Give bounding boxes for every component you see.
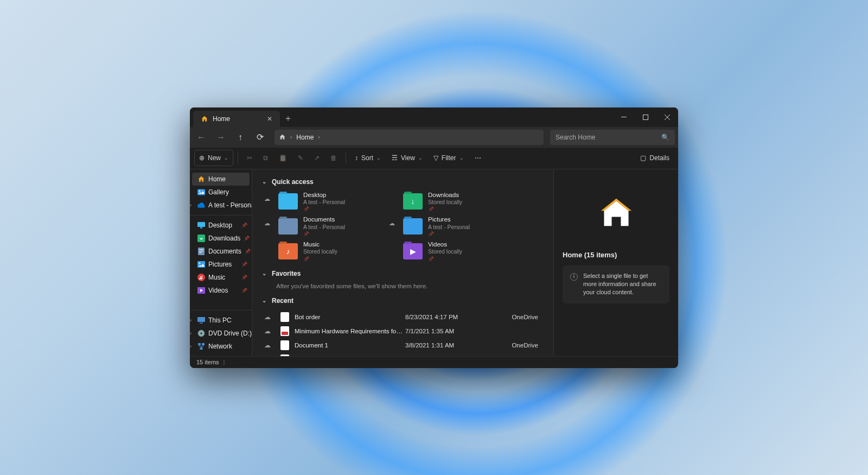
- sidebar-item-pictures[interactable]: Pictures📌: [190, 258, 252, 271]
- sidebar-item-network[interactable]: ›Network: [190, 340, 252, 353]
- pin-icon: 📌: [245, 249, 251, 254]
- home-icon: [197, 175, 205, 183]
- chevron-down-icon: ⌄: [262, 297, 266, 303]
- close-window-button[interactable]: [656, 107, 678, 127]
- file-icon: [280, 312, 289, 322]
- svg-rect-8: [199, 249, 203, 250]
- folder-name: Documents: [303, 216, 345, 223]
- favorites-header[interactable]: ⌄Favorites: [262, 270, 544, 277]
- recent-file-row[interactable]: ☁Document3/8/2021 1:15 AMOneDrive: [264, 352, 544, 356]
- sidebar-item-documents[interactable]: Documents📌: [190, 245, 252, 258]
- sidebar-item-label: Desktop: [208, 221, 232, 229]
- details-title: Home (15 items): [563, 251, 617, 259]
- svg-rect-9: [199, 251, 203, 251]
- view-button[interactable]: ☴ View ⌄: [387, 150, 427, 166]
- favorites-empty-text: After you've favorited some files, we'll…: [276, 283, 544, 289]
- gallery-icon: [197, 188, 205, 196]
- quick-access-music[interactable]: ♪MusicStored locally📌: [278, 240, 392, 262]
- recent-file-row[interactable]: ☁Document 13/8/2021 1:31 AMOneDrive: [264, 338, 544, 352]
- search-input[interactable]: Search Home 🔍: [550, 130, 675, 145]
- svg-rect-15: [197, 317, 205, 322]
- cloud-icon: ☁: [264, 327, 278, 335]
- tab-title: Home: [213, 115, 230, 123]
- network-icon: [197, 343, 205, 350]
- sidebar-item-dvd-drive-d-c[interactable]: ›DVD Drive (D:) C: [190, 327, 252, 340]
- folder-icon: ▶: [403, 243, 423, 259]
- sidebar-item-downloads[interactable]: Downloads📌: [190, 232, 252, 245]
- downloads-icon: [197, 235, 205, 242]
- details-hint: i Select a single file to get more infor…: [563, 265, 669, 303]
- tab-close-icon[interactable]: ✕: [267, 115, 272, 123]
- share-button: ↗: [310, 150, 324, 166]
- details-pane: Home (15 items) i Select a single file t…: [553, 169, 678, 356]
- sidebar-item-home[interactable]: Home: [192, 173, 250, 186]
- recent-file-row[interactable]: ☁Bot order8/23/2021 4:17 PMOneDrive: [264, 310, 544, 324]
- breadcrumb[interactable]: › Home ›: [275, 130, 544, 145]
- back-button[interactable]: ←: [193, 129, 209, 145]
- recent-header[interactable]: ⌄Recent: [262, 297, 544, 305]
- svg-rect-10: [199, 252, 202, 253]
- quick-access-documents[interactable]: ☁DocumentsA test - Personal📌: [278, 216, 392, 237]
- onedrive-icon: [197, 201, 205, 209]
- sidebar-item-a-test-persona[interactable]: ›A test - Persona: [190, 199, 252, 212]
- recent-file-row[interactable]: ☁Minimum Hardware Requirements for Win..…: [264, 324, 544, 338]
- sort-button[interactable]: ↕ Sort ⌄: [350, 150, 385, 166]
- sidebar-item-label: Music: [208, 274, 225, 281]
- folder-location: Stored locally: [303, 248, 337, 255]
- sidebar-item-label: Gallery: [208, 188, 229, 196]
- dvd-icon: [197, 330, 205, 337]
- content-area: ⌄Quick access ☁DesktopA test - Personal📌…: [252, 169, 553, 356]
- item-count: 15 items: [196, 359, 219, 365]
- minimize-button[interactable]: [613, 107, 635, 127]
- quick-access-downloads[interactable]: ↓DownloadsStored locally📌: [403, 191, 517, 213]
- search-icon: 🔍: [661, 134, 669, 141]
- svg-rect-20: [202, 343, 205, 345]
- new-tab-button[interactable]: ＋: [280, 111, 296, 127]
- sidebar-item-videos[interactable]: Videos📌: [190, 284, 252, 297]
- pin-icon: 📌: [428, 231, 470, 237]
- sidebar-item-label: Pictures: [208, 261, 232, 268]
- file-date: 8/23/2021 4:17 PM: [405, 314, 487, 320]
- file-name: Bot order: [295, 314, 403, 320]
- new-button[interactable]: ⊕ New ⌄: [194, 150, 233, 166]
- svg-rect-21: [200, 347, 203, 350]
- svg-rect-19: [198, 343, 201, 345]
- quick-access-header[interactable]: ⌄Quick access: [262, 178, 544, 186]
- file-explorer-window: Home ✕ ＋ ← → ↑ ⟳ › Home › Search Home 🔍 …: [190, 107, 678, 368]
- svg-point-13: [197, 274, 205, 281]
- folder-name: Desktop: [303, 191, 345, 199]
- up-button[interactable]: ↑: [232, 129, 248, 145]
- quick-access-videos[interactable]: ▶VideosStored locally📌: [403, 240, 517, 262]
- more-button[interactable]: ⋯: [470, 150, 486, 166]
- quick-access-desktop[interactable]: ☁DesktopA test - Personal📌: [278, 191, 392, 213]
- tab-home[interactable]: Home ✕: [193, 111, 280, 127]
- svg-rect-16: [200, 322, 203, 324]
- cloud-icon: ☁: [264, 220, 270, 227]
- sidebar-item-desktop[interactable]: Desktop📌: [190, 219, 252, 232]
- pin-icon: 📌: [241, 288, 247, 293]
- svg-rect-11: [197, 261, 205, 268]
- chevron-right-icon: ›: [190, 344, 192, 349]
- details-pane-button[interactable]: ▢ Details: [636, 150, 674, 166]
- file-icon: [280, 340, 289, 350]
- pin-icon: 📌: [303, 256, 337, 262]
- maximize-button[interactable]: [635, 107, 656, 127]
- delete-button: 🗑: [326, 150, 341, 166]
- pin-icon: 📌: [428, 256, 462, 262]
- filter-button[interactable]: ▽ Filter ⌄: [429, 150, 468, 166]
- quick-access-pictures[interactable]: ☁PicturesA test - Personal📌: [403, 216, 517, 237]
- sidebar-item-music[interactable]: Music📌: [190, 271, 252, 284]
- sidebar-item-this-pc[interactable]: ›This PC: [190, 314, 252, 327]
- chevron-right-icon: ›: [190, 202, 192, 208]
- svg-rect-0: [621, 117, 627, 117]
- sidebar-item-gallery[interactable]: Gallery: [190, 186, 252, 199]
- music-icon: [197, 274, 205, 281]
- svg-rect-5: [200, 227, 202, 229]
- folder-icon: [403, 218, 423, 235]
- refresh-button[interactable]: ⟳: [252, 129, 268, 145]
- folder-name: Music: [303, 240, 337, 248]
- breadcrumb-current[interactable]: Home: [296, 134, 314, 141]
- status-bar: 15 items |: [190, 356, 678, 368]
- forward-button[interactable]: →: [213, 129, 229, 145]
- folder-icon: [278, 218, 298, 235]
